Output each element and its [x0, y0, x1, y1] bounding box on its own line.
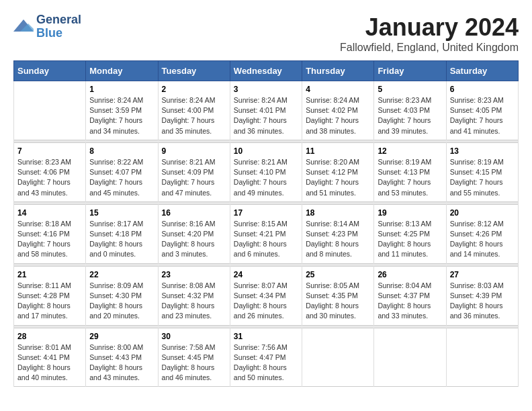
day-info: Sunrise: 8:05 AM Sunset: 4:35 PM Dayligh… [306, 281, 370, 322]
day-number: 19 [378, 208, 442, 218]
calendar-cell: 5Sunrise: 8:23 AM Sunset: 4:03 PM Daylig… [374, 81, 446, 140]
calendar-cell: 27Sunrise: 8:03 AM Sunset: 4:39 PM Dayli… [446, 266, 518, 325]
calendar-cell: 22Sunrise: 8:09 AM Sunset: 4:30 PM Dayli… [86, 266, 158, 325]
calendar-cell: 25Sunrise: 8:05 AM Sunset: 4:35 PM Dayli… [302, 266, 374, 325]
day-number: 14 [17, 208, 82, 218]
day-number: 4 [306, 85, 370, 94]
week-row-5: 28Sunrise: 8:01 AM Sunset: 4:41 PM Dayli… [14, 328, 519, 387]
calendar-cell: 30Sunrise: 7:58 AM Sunset: 4:45 PM Dayli… [158, 328, 230, 387]
day-info: Sunrise: 7:58 AM Sunset: 4:45 PM Dayligh… [162, 342, 226, 383]
day-info: Sunrise: 8:19 AM Sunset: 4:13 PM Dayligh… [378, 157, 442, 198]
day-number: 3 [234, 85, 298, 94]
day-header-saturday: Saturday [446, 61, 518, 81]
day-header-friday: Friday [374, 61, 446, 81]
calendar-cell: 3Sunrise: 8:24 AM Sunset: 4:01 PM Daylig… [230, 81, 302, 140]
day-number: 28 [17, 332, 82, 341]
calendar-cell [374, 328, 446, 387]
calendar-cell: 16Sunrise: 8:16 AM Sunset: 4:20 PM Dayli… [158, 204, 230, 263]
day-info: Sunrise: 8:00 AM Sunset: 4:43 PM Dayligh… [89, 342, 154, 383]
page-title: January 2024 [340, 13, 519, 42]
day-info: Sunrise: 8:08 AM Sunset: 4:32 PM Dayligh… [162, 281, 226, 322]
day-header-monday: Monday [86, 61, 158, 81]
calendar-cell: 6Sunrise: 8:23 AM Sunset: 4:05 PM Daylig… [446, 81, 518, 140]
calendar-cell: 19Sunrise: 8:13 AM Sunset: 4:25 PM Dayli… [374, 204, 446, 263]
day-number: 2 [162, 85, 226, 94]
day-info: Sunrise: 8:13 AM Sunset: 4:25 PM Dayligh… [378, 219, 442, 260]
calendar-cell: 14Sunrise: 8:18 AM Sunset: 4:16 PM Dayli… [14, 204, 86, 263]
calendar-cell [446, 328, 518, 387]
day-header-sunday: Sunday [14, 61, 86, 81]
calendar-cell: 12Sunrise: 8:19 AM Sunset: 4:13 PM Dayli… [374, 142, 446, 201]
calendar-cell [14, 81, 86, 140]
day-number: 7 [17, 146, 82, 156]
day-number: 6 [450, 85, 515, 94]
day-info: Sunrise: 7:56 AM Sunset: 4:47 PM Dayligh… [234, 342, 298, 383]
calendar-cell: 20Sunrise: 8:12 AM Sunset: 4:26 PM Dayli… [446, 204, 518, 263]
day-number: 13 [450, 146, 515, 156]
day-number: 30 [162, 332, 226, 341]
day-number: 29 [89, 332, 154, 341]
day-info: Sunrise: 8:24 AM Sunset: 3:59 PM Dayligh… [89, 95, 154, 136]
day-info: Sunrise: 8:01 AM Sunset: 4:41 PM Dayligh… [17, 342, 82, 383]
day-info: Sunrise: 8:12 AM Sunset: 4:26 PM Dayligh… [450, 219, 515, 260]
calendar-header-row: SundayMondayTuesdayWednesdayThursdayFrid… [14, 61, 519, 81]
day-info: Sunrise: 8:23 AM Sunset: 4:03 PM Dayligh… [378, 95, 442, 136]
day-number: 24 [234, 270, 298, 279]
logo: General Blue [13, 13, 81, 40]
day-number: 15 [89, 208, 154, 218]
day-info: Sunrise: 8:14 AM Sunset: 4:23 PM Dayligh… [306, 219, 370, 260]
calendar-cell: 8Sunrise: 8:22 AM Sunset: 4:07 PM Daylig… [86, 142, 158, 201]
week-row-2: 7Sunrise: 8:23 AM Sunset: 4:06 PM Daylig… [14, 142, 519, 201]
week-row-4: 21Sunrise: 8:11 AM Sunset: 4:28 PM Dayli… [14, 266, 519, 325]
day-info: Sunrise: 8:24 AM Sunset: 4:01 PM Dayligh… [234, 95, 298, 136]
day-number: 22 [89, 270, 154, 279]
day-number: 1 [89, 85, 154, 94]
calendar-cell: 18Sunrise: 8:14 AM Sunset: 4:23 PM Dayli… [302, 204, 374, 263]
calendar-cell: 11Sunrise: 8:20 AM Sunset: 4:12 PM Dayli… [302, 142, 374, 201]
day-info: Sunrise: 8:23 AM Sunset: 4:05 PM Dayligh… [450, 95, 515, 136]
calendar-cell: 2Sunrise: 8:24 AM Sunset: 4:00 PM Daylig… [158, 81, 230, 140]
day-info: Sunrise: 8:03 AM Sunset: 4:39 PM Dayligh… [450, 281, 515, 322]
day-info: Sunrise: 8:24 AM Sunset: 4:02 PM Dayligh… [306, 95, 370, 136]
calendar-cell: 9Sunrise: 8:21 AM Sunset: 4:09 PM Daylig… [158, 142, 230, 201]
page-header: General Blue January 2024 Fallowfield, E… [13, 13, 519, 54]
day-info: Sunrise: 8:19 AM Sunset: 4:15 PM Dayligh… [450, 157, 515, 198]
calendar-cell: 31Sunrise: 7:56 AM Sunset: 4:47 PM Dayli… [230, 328, 302, 387]
calendar-cell: 28Sunrise: 8:01 AM Sunset: 4:41 PM Dayli… [14, 328, 86, 387]
week-row-3: 14Sunrise: 8:18 AM Sunset: 4:16 PM Dayli… [14, 204, 519, 263]
day-header-thursday: Thursday [302, 61, 374, 81]
day-info: Sunrise: 8:16 AM Sunset: 4:20 PM Dayligh… [162, 219, 226, 260]
day-info: Sunrise: 8:11 AM Sunset: 4:28 PM Dayligh… [17, 281, 82, 322]
calendar-cell: 29Sunrise: 8:00 AM Sunset: 4:43 PM Dayli… [86, 328, 158, 387]
logo-text: General Blue [36, 13, 81, 40]
day-info: Sunrise: 8:18 AM Sunset: 4:16 PM Dayligh… [17, 219, 82, 260]
day-info: Sunrise: 8:24 AM Sunset: 4:00 PM Dayligh… [162, 95, 226, 136]
calendar-cell: 13Sunrise: 8:19 AM Sunset: 4:15 PM Dayli… [446, 142, 518, 201]
day-number: 10 [234, 146, 298, 156]
day-number: 23 [162, 270, 226, 279]
week-row-1: 1Sunrise: 8:24 AM Sunset: 3:59 PM Daylig… [14, 81, 519, 140]
logo-icon [13, 18, 34, 35]
day-info: Sunrise: 8:22 AM Sunset: 4:07 PM Dayligh… [89, 157, 154, 198]
day-number: 31 [234, 332, 298, 341]
day-info: Sunrise: 8:23 AM Sunset: 4:06 PM Dayligh… [17, 157, 82, 198]
day-number: 12 [378, 146, 442, 156]
calendar-table: SundayMondayTuesdayWednesdayThursdayFrid… [13, 60, 519, 387]
day-number: 25 [306, 270, 370, 279]
day-info: Sunrise: 8:07 AM Sunset: 4:34 PM Dayligh… [234, 281, 298, 322]
day-info: Sunrise: 8:15 AM Sunset: 4:21 PM Dayligh… [234, 219, 298, 260]
day-info: Sunrise: 8:20 AM Sunset: 4:12 PM Dayligh… [306, 157, 370, 198]
day-number: 8 [89, 146, 154, 156]
day-number: 11 [306, 146, 370, 156]
day-number: 27 [450, 270, 515, 279]
title-area: January 2024 Fallowfield, England, Unite… [340, 13, 519, 54]
day-number: 9 [162, 146, 226, 156]
calendar-cell: 10Sunrise: 8:21 AM Sunset: 4:10 PM Dayli… [230, 142, 302, 201]
calendar-cell: 21Sunrise: 8:11 AM Sunset: 4:28 PM Dayli… [14, 266, 86, 325]
calendar-cell: 24Sunrise: 8:07 AM Sunset: 4:34 PM Dayli… [230, 266, 302, 325]
day-number: 21 [17, 270, 82, 279]
day-number: 17 [234, 208, 298, 218]
calendar-cell: 17Sunrise: 8:15 AM Sunset: 4:21 PM Dayli… [230, 204, 302, 263]
calendar-cell: 1Sunrise: 8:24 AM Sunset: 3:59 PM Daylig… [86, 81, 158, 140]
day-number: 5 [378, 85, 442, 94]
